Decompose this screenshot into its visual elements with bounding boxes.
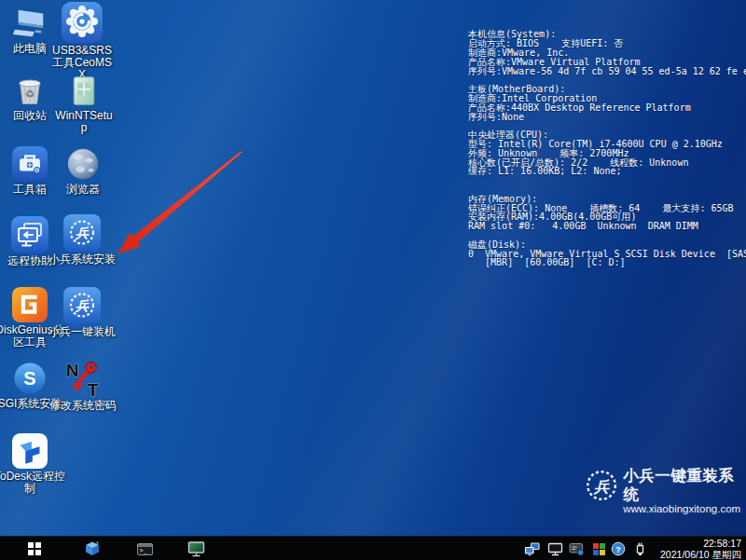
desktop-icon-browser[interactable]: 浏览器	[56, 146, 110, 196]
tray-ime[interactable]	[567, 537, 586, 560]
help-icon: ?	[611, 541, 626, 556]
svg-text:♻: ♻	[25, 88, 35, 100]
ime-settings-icon	[569, 541, 585, 556]
watermark-url: www.xiaobingxitong.com	[623, 503, 744, 515]
xiaobing-logo-icon: 兵	[46, 287, 118, 324]
svg-text:S: S	[23, 368, 35, 389]
svg-text:兵: 兵	[593, 478, 610, 496]
system-info-line: 序列号:None	[468, 113, 744, 122]
system-info-line: [MBR] [60.00GB] [C: D:]	[468, 258, 744, 267]
desktop-icon-label: 小兵系统安装	[46, 253, 118, 266]
xiaobing-logo-icon: 兵	[46, 214, 118, 252]
browser-globe-icon	[56, 146, 110, 182]
todesk-icon	[0, 433, 67, 469]
desktop-icon-todesk[interactable]: ToDesk远程控制	[0, 433, 67, 495]
taskbar: ? 22:58:17 2021/06/10 星期四	[0, 536, 746, 560]
system-info-panel: 本机信息(System):启动方式: BIOS 支持UEFI: 否制造商:VMw…	[468, 3, 744, 267]
desktop-icon-toolbox[interactable]: 工具箱	[6, 146, 54, 196]
monitor-icon	[187, 540, 205, 558]
brand-watermark: 兵 小兵一键重装系统 www.xiaobingxitong.com	[584, 466, 744, 515]
nt-password-key-icon: N T	[48, 359, 117, 398]
svg-text:兵: 兵	[75, 298, 90, 313]
desktop-icon-label: 工具箱	[6, 184, 54, 196]
svg-text:兵: 兵	[75, 225, 90, 240]
system-info-line: 序列号:VMware-56 4d 7f cb 59 04 55 ed-5a 12…	[468, 67, 744, 76]
tray-usb[interactable]	[630, 537, 649, 560]
taskbar-app-display[interactable]	[185, 537, 207, 560]
winntsetup-icon	[53, 75, 115, 108]
toolbox-icon	[6, 146, 54, 182]
desktop-icon-xiaobing-oneclick[interactable]: 兵 小兵一键装机	[46, 287, 118, 338]
desktop-icon-usb3-srs[interactable]: USB3&SRS工具CeoMSX	[49, 2, 115, 81]
recycle-bin-icon: ♻	[6, 75, 54, 108]
start-button[interactable]	[24, 537, 45, 560]
usb-drive-icon	[633, 540, 647, 557]
desktop-icon-label: 修改系统密码	[48, 400, 117, 412]
desktop-icon-recycle-bin[interactable]: ♻ 回收站	[6, 75, 54, 122]
system-info-line: 缓存: L1: 16.00KB; L2: None;	[468, 167, 744, 176]
desktop-icon-this-pc[interactable]: 此电脑	[6, 6, 54, 55]
watermark-title: 小兵一键重装系统	[623, 466, 744, 503]
desktop-screen: 本机信息(System):启动方式: BIOS 支持UEFI: 否制造商:VMw…	[0, 0, 746, 560]
desktop-icon-xiaobing-system-install[interactable]: 兵 小兵系统安装	[46, 214, 118, 266]
color-palette-icon	[593, 543, 605, 555]
xiaobing-watermark-logo-icon: 兵	[584, 466, 619, 505]
desktop-icon-label: 小兵一键装机	[46, 326, 118, 338]
desktop-icon-winntsetup[interactable]: WinNTSetup	[53, 75, 115, 134]
tray-network[interactable]	[522, 537, 541, 560]
taskbar-app-cmd[interactable]	[134, 537, 155, 560]
desktop-wallpaper: 本机信息(System):启动方式: BIOS 支持UEFI: 否制造商:VMw…	[0, 0, 746, 536]
command-prompt-icon	[137, 543, 153, 555]
desktop-icon-label: 此电脑	[6, 43, 54, 55]
desktop-icon-label: 回收站	[6, 110, 54, 122]
taskbar-clock[interactable]: 22:58:17 2021/06/10 星期四	[660, 538, 741, 560]
clock-time: 22:58:17	[660, 538, 741, 549]
system-info-line: RAM slot #0: 4.00GB Unknown DRAM DIMM	[468, 222, 744, 231]
clock-date: 2021/06/10 星期四	[660, 549, 741, 560]
blue-cube-icon	[84, 540, 101, 557]
svg-text:T: T	[88, 380, 99, 398]
desktop-icon-label: 浏览器	[56, 184, 110, 196]
desktop-icon-label: ToDesk远程控制	[0, 471, 67, 495]
this-pc-icon	[6, 6, 54, 41]
taskbar-app-pe-tool[interactable]	[82, 537, 103, 560]
network-computers-icon	[524, 541, 540, 556]
desktop-icon-label: WinNTSetup	[53, 110, 115, 134]
monitor-outline-icon	[547, 541, 563, 556]
usb3-srs-tool-icon	[49, 2, 115, 43]
system-info-line	[468, 176, 744, 185]
tray-display[interactable]	[546, 537, 564, 560]
windows-logo-icon	[28, 542, 41, 555]
tray-color-settings[interactable]	[589, 537, 608, 560]
svg-text:?: ?	[615, 544, 621, 554]
red-arrow-shape	[118, 151, 242, 253]
desktop-icon-change-password[interactable]: N T 修改系统密码	[48, 359, 117, 412]
tray-help[interactable]: ?	[609, 537, 628, 560]
svg-text:N: N	[66, 361, 79, 380]
